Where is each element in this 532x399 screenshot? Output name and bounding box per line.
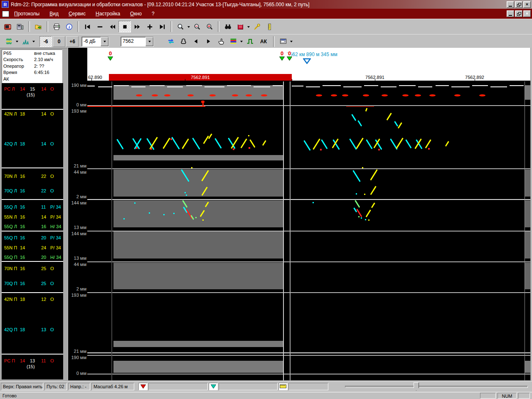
mini-ruler-indicator[interactable] <box>278 383 288 390</box>
channel-row-42N-Л[interactable]: 42N Л1814О <box>2 111 63 117</box>
restore-button[interactable] <box>515 1 522 8</box>
bscan-signal-area[interactable] <box>87 81 530 380</box>
swap-arrows-icon[interactable] <box>165 36 177 47</box>
stop-icon[interactable] <box>118 21 131 32</box>
button-+6[interactable]: +6 <box>66 36 79 47</box>
button-ак[interactable]: АК <box>256 37 271 47</box>
section-marker-icon[interactable] <box>287 57 292 61</box>
current-position-marker-icon[interactable] <box>303 58 311 64</box>
channel-cell: 14 <box>20 358 25 363</box>
combo-7562[interactable]: 7562 <box>121 37 154 47</box>
channel-row-РС-Л[interactable]: РС Л141514О <box>2 86 63 92</box>
prev-icon[interactable] <box>190 36 202 47</box>
zoom-select-icon[interactable] <box>174 21 187 32</box>
channel-cell: 55N П <box>4 245 17 250</box>
skip-start-icon[interactable] <box>81 21 94 32</box>
zoom-select-dropdown-arrow[interactable] <box>187 21 191 32</box>
bscan-band <box>525 263 530 289</box>
monitor-icon[interactable] <box>277 36 289 47</box>
mdi-child-icon[interactable] <box>2 11 9 17</box>
cyan-triangle-indicator[interactable] <box>209 383 218 390</box>
skip-end-icon[interactable] <box>156 21 168 32</box>
registrar-icon[interactable] <box>14 21 26 32</box>
button--6[interactable]: -6 <box>39 36 52 47</box>
pin-icon[interactable] <box>251 21 263 32</box>
channel-row-55Q-Л[interactable]: 55Q Л1611Р/ 34 <box>2 204 63 210</box>
channel-row-55Q-П[interactable]: 55Q П1620Р/ 34 <box>2 235 63 241</box>
zoom-in-icon[interactable] <box>203 21 216 32</box>
depth-scale-label: 2 мм <box>68 286 86 291</box>
channel-row-55N-П[interactable]: 55N П1424Р/ 34 <box>2 245 63 251</box>
channel-cell: 70N П <box>4 266 17 271</box>
menu-item-протоколы[interactable]: Протоколы <box>14 11 39 17</box>
red-triangle-indicator[interactable] <box>138 383 148 390</box>
channel-row-42Q-Л[interactable]: 42Q Л1814О <box>2 141 63 147</box>
histogram-dropdown-arrow[interactable] <box>32 36 36 47</box>
measurement-info-panel: Р65вне стыкаСкорость2.10 км/чОператор2: … <box>2 49 62 83</box>
menu-item-сервис[interactable]: Сервис <box>69 11 86 17</box>
plus-icon[interactable] <box>143 21 156 32</box>
device-icon[interactable] <box>1 21 14 32</box>
minimize-button[interactable] <box>507 1 514 8</box>
color-lines-dropdown-arrow[interactable] <box>239 36 244 47</box>
color-lines-icon[interactable] <box>227 36 239 47</box>
close-button[interactable]: × <box>523 1 531 8</box>
channel-row-70Q-П[interactable]: 70Q П1625О <box>2 281 63 286</box>
section-marker-icon[interactable] <box>279 57 285 61</box>
ruler-selected-segment[interactable]: 7562.891 <box>109 74 292 81</box>
zoom-slider-track[interactable] <box>345 386 528 388</box>
channel-cell: 14 <box>41 86 46 91</box>
mdi-minimize-button[interactable] <box>507 10 514 17</box>
mdi-restore-button[interactable] <box>515 10 522 17</box>
waveform-dropdown-arrow[interactable] <box>15 36 19 47</box>
channel-row-70N-П[interactable]: 70N П1625О <box>2 266 63 271</box>
combo-value[interactable]: 7562 <box>121 37 145 46</box>
channel-row-42N-П[interactable]: 42N П1812О <box>2 297 63 302</box>
next-icon[interactable] <box>202 36 214 47</box>
loop-icon[interactable] <box>177 36 190 47</box>
waveform-icon[interactable] <box>2 36 15 47</box>
menu-item-настройка[interactable]: Настройка <box>96 11 120 17</box>
menu-item-окно[interactable]: Окно <box>130 11 142 17</box>
mdi-close-button[interactable]: × <box>523 10 531 17</box>
channel-row-55Q-П[interactable]: 55Q П1620Н/ 34 <box>2 255 63 260</box>
channel-row-70Q-Л[interactable]: 70Q Л1622О <box>2 188 63 194</box>
ruler-icon[interactable] <box>263 21 276 32</box>
pulse-icon[interactable] <box>244 36 256 47</box>
echo-dot <box>149 212 150 214</box>
info-icon[interactable]: i <box>63 21 75 32</box>
fast-forward-icon[interactable] <box>131 21 143 32</box>
folder-open-icon[interactable] <box>32 21 44 32</box>
menu-item-[interactable]: ? <box>152 11 155 17</box>
menu-item-вид[interactable]: Вид <box>49 11 59 17</box>
histogram-icon[interactable] <box>19 36 32 47</box>
binoculars-icon[interactable] <box>222 21 234 32</box>
channel-cell: 16 <box>20 214 25 219</box>
channel-row-55Q-Л[interactable]: 55Q Л1616Н/ 34 <box>2 224 63 229</box>
zoom-out-icon[interactable] <box>191 21 203 32</box>
combo-value[interactable]: -6 дБ <box>82 37 101 46</box>
combo-dropdown-button[interactable] <box>145 37 153 46</box>
hand-icon[interactable] <box>214 36 227 47</box>
info-value: 2: ?? <box>34 64 44 69</box>
bscan-band <box>113 200 283 227</box>
printer-icon[interactable] <box>50 21 63 32</box>
channel-row-70N-Л[interactable]: 70N Л1622О <box>2 174 63 179</box>
defect-echo-blob <box>382 94 388 96</box>
notebook-icon[interactable] <box>234 21 246 32</box>
app-icon[interactable]: R <box>2 1 9 8</box>
section-marker-icon[interactable] <box>108 57 113 61</box>
minus-icon[interactable] <box>94 21 106 32</box>
channel-row-42Q-П[interactable]: 42Q П1813О <box>2 327 63 332</box>
monitor-dropdown-arrow[interactable] <box>289 36 293 47</box>
channel-row-РС-П[interactable]: РС П141311О <box>2 358 63 364</box>
channel-row-55N-Л[interactable]: 55N Л1614Р/ 34 <box>2 214 63 220</box>
statusbar-panel: Путь: 02 <box>44 383 67 390</box>
marker-zero-label: 0 <box>288 50 291 57</box>
ruler-tick <box>91 79 92 81</box>
combo-dropdown-button[interactable] <box>101 37 108 46</box>
notebook-dropdown-arrow[interactable] <box>246 21 251 32</box>
button-0[interactable]: 0 <box>53 36 65 47</box>
combo-6дБ[interactable]: -6 дБ <box>81 37 109 47</box>
rewind-icon[interactable] <box>106 21 118 32</box>
